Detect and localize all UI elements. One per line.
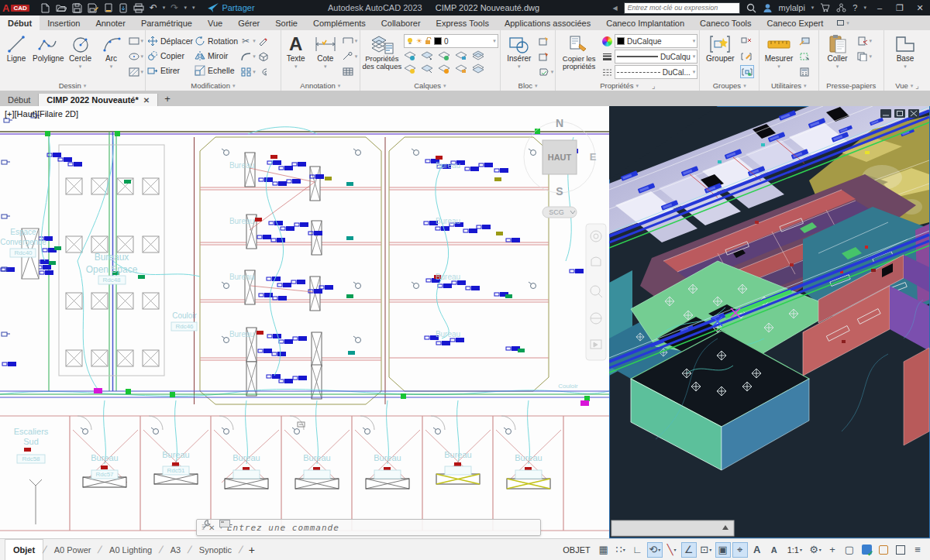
panel-groupes-footer[interactable]: Groupes▾: [701, 81, 757, 91]
layer-make-current-icon[interactable]: [404, 64, 416, 74]
tab-caneco-implantation[interactable]: Caneco Implantation: [598, 15, 692, 30]
customization-plus-icon[interactable]: +: [825, 542, 840, 558]
redo-caret[interactable]: ▾: [184, 5, 187, 11]
close-tab-icon[interactable]: ✕: [143, 96, 150, 105]
layer-match-icon[interactable]: [472, 50, 484, 61]
file-tab-start[interactable]: Début: [0, 94, 39, 106]
clean-screen-icon[interactable]: [893, 542, 908, 558]
arc-caret[interactable]: ▾: [110, 64, 113, 70]
save-icon[interactable]: [72, 3, 82, 13]
search-icon[interactable]: [746, 3, 756, 13]
leader-tool[interactable]: ▾: [342, 34, 358, 47]
isodraft-icon[interactable]: ╲▾: [664, 542, 680, 558]
linetype-select[interactable]: DuCal...▾: [615, 65, 698, 79]
tab-complements[interactable]: Compléments: [305, 15, 374, 30]
miroir-button[interactable]: Miroir: [195, 48, 238, 63]
viewcube-south[interactable]: S: [556, 185, 563, 198]
ortho-icon[interactable]: ∟: [630, 542, 646, 558]
quick-select-tool[interactable]: [798, 50, 811, 63]
apps-icon[interactable]: [836, 3, 846, 12]
grouper-button[interactable]: Grouper: [701, 32, 739, 64]
grid-icon[interactable]: ▦: [596, 542, 611, 558]
etirer-button[interactable]: Etirer: [147, 63, 193, 77]
arc-button[interactable]: Arc ▾: [97, 32, 126, 70]
layer-thaw-all-icon[interactable]: [438, 64, 450, 74]
new-layout-button[interactable]: +: [243, 544, 261, 556]
group-manager-tool[interactable]: [740, 65, 754, 78]
share-button[interactable]: Partager: [208, 3, 254, 12]
tab-debut[interactable]: Début: [0, 15, 40, 30]
tab-sortie[interactable]: Sortie: [267, 15, 305, 30]
base-button[interactable]: Base▾: [886, 32, 925, 70]
autocad-logo-icon[interactable]: A CAD: [2, 2, 29, 14]
recent-commands-icon[interactable]: ▾: [219, 524, 222, 531]
copier-button[interactable]: Copier: [147, 48, 193, 63]
explode-tool[interactable]: [257, 50, 270, 63]
inserer-button[interactable]: Insérer▾: [502, 32, 536, 70]
write-block-tool[interactable]: [538, 50, 554, 63]
horizontal-scrollbar[interactable]: [611, 520, 734, 536]
ungroup-tool[interactable]: [740, 34, 754, 47]
plot-icon[interactable]: [104, 3, 113, 13]
layout-tab-synoptic[interactable]: Synoptic: [191, 539, 239, 560]
cut-clip-tool[interactable]: ▾: [856, 34, 873, 47]
minimize-button[interactable]: –: [873, 3, 887, 12]
tab-caneco-expert[interactable]: Caneco Expert: [760, 15, 832, 30]
mesurer-button[interactable]: Mesurer▾: [761, 32, 797, 70]
trim-tool[interactable]: ✂▾: [239, 34, 256, 47]
user-avatar-icon[interactable]: [763, 3, 773, 13]
close-button[interactable]: ✕: [913, 3, 927, 13]
layer-walk-icon[interactable]: [472, 64, 484, 74]
isolate-objects-icon[interactable]: ▢: [842, 542, 857, 558]
panel-utilitaires-footer[interactable]: Utilitaires▾: [761, 81, 817, 91]
viewcube-north[interactable]: N: [556, 117, 563, 129]
deplacer-button[interactable]: Déplacer: [147, 33, 193, 48]
copier-proprietes-button[interactable]: Copier les propriétés: [557, 32, 601, 70]
tab-collaborer[interactable]: Collaborer: [374, 15, 429, 30]
polar-tracking-icon[interactable]: ⟲▾: [647, 542, 663, 558]
edit-group-tool[interactable]: [740, 50, 754, 63]
layer-dropdown[interactable]: ☀ 0 ▾: [404, 34, 498, 48]
collapse-search-icon[interactable]: ◀: [612, 5, 617, 12]
print-icon[interactable]: [133, 3, 144, 13]
attributes-tool[interactable]: ▾: [538, 65, 554, 78]
new-file-icon[interactable]: [40, 3, 50, 13]
rotation-button[interactable]: Rotation: [195, 33, 238, 48]
color-wheel-icon[interactable]: [602, 36, 612, 46]
layout-tab-a3[interactable]: A3: [163, 539, 188, 560]
proprietes-calques-button[interactable]: Propriétés des calques: [362, 32, 402, 70]
redo-icon[interactable]: ↷: [170, 3, 178, 12]
graphics-performance-icon[interactable]: [859, 542, 874, 558]
customize-wrench-icon[interactable]: [202, 520, 212, 529]
annotation-scale-icon[interactable]: A: [766, 542, 782, 558]
viewport-window-controls[interactable]: [880, 109, 919, 118]
panel-bloc-footer[interactable]: Bloc▾: [502, 81, 554, 91]
layer-off-icon[interactable]: [438, 50, 450, 61]
annotation-scale-value[interactable]: 1:1▾: [784, 542, 806, 558]
file-tab-cimp[interactable]: CIMP 2022 Nouveauté*✕: [39, 94, 158, 106]
layer-isolate-icon[interactable]: [404, 50, 416, 61]
viewport-2d[interactable]: Bureaux Open Space Rdc48 Espace Converge…: [0, 106, 609, 538]
qat-customize-icon[interactable]: ▾: [192, 5, 195, 11]
properties-dialog-launcher[interactable]: ⌟: [652, 81, 655, 90]
texte-button[interactable]: A Texte▾: [283, 32, 309, 70]
workspace-gear-icon[interactable]: ⚙▾: [808, 542, 823, 558]
echelle-button[interactable]: Echelle: [195, 63, 238, 77]
ellipse-tool[interactable]: ▾: [128, 50, 144, 63]
viewport-3d[interactable]: [609, 106, 930, 538]
tab-applications-associees[interactable]: Applications associées: [497, 15, 598, 30]
model-space-button[interactable]: OBJET: [559, 542, 594, 558]
help-caret[interactable]: ▾: [863, 5, 866, 11]
layout-tab-objet[interactable]: Objet: [5, 539, 43, 560]
viewcube-east[interactable]: E: [590, 151, 597, 163]
open-file-icon[interactable]: [56, 3, 67, 12]
vue-dialog-launcher[interactable]: ⌟: [915, 81, 918, 90]
layer-freeze-icon[interactable]: [421, 50, 433, 61]
cercle-caret[interactable]: ▾: [79, 64, 82, 70]
tab-gerer[interactable]: Gérer: [230, 15, 267, 30]
array-tool[interactable]: ▾: [239, 65, 256, 78]
offset-tool[interactable]: [257, 65, 270, 78]
object-snap-tracking-icon[interactable]: ∠: [681, 542, 697, 558]
undo-caret[interactable]: ▾: [163, 5, 166, 11]
panel-proprietes-footer[interactable]: Propriétés▾⌟: [557, 81, 698, 91]
